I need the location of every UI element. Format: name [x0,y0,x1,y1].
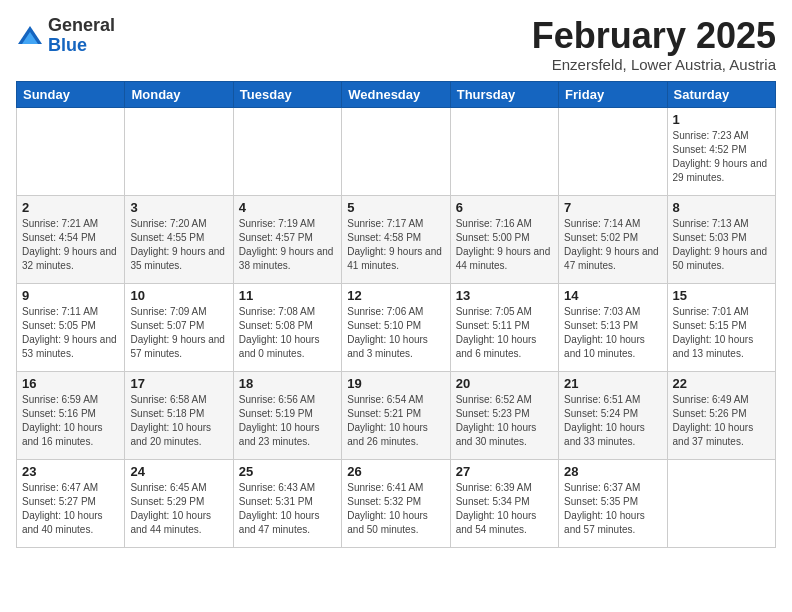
day-info: Sunrise: 7:01 AM Sunset: 5:15 PM Dayligh… [673,305,770,361]
logo-text: General Blue [48,16,115,56]
calendar-cell: 17Sunrise: 6:58 AM Sunset: 5:18 PM Dayli… [125,371,233,459]
day-number: 1 [673,112,770,127]
day-number: 18 [239,376,336,391]
calendar-cell [17,107,125,195]
day-number: 5 [347,200,444,215]
day-number: 28 [564,464,661,479]
day-number: 12 [347,288,444,303]
day-info: Sunrise: 6:58 AM Sunset: 5:18 PM Dayligh… [130,393,227,449]
day-info: Sunrise: 7:20 AM Sunset: 4:55 PM Dayligh… [130,217,227,273]
day-info: Sunrise: 7:16 AM Sunset: 5:00 PM Dayligh… [456,217,553,273]
title-block: February 2025 Enzersfeld, Lower Austria,… [532,16,776,73]
day-info: Sunrise: 7:08 AM Sunset: 5:08 PM Dayligh… [239,305,336,361]
day-number: 11 [239,288,336,303]
calendar-cell: 3Sunrise: 7:20 AM Sunset: 4:55 PM Daylig… [125,195,233,283]
weekday-header-thursday: Thursday [450,81,558,107]
calendar-subtitle: Enzersfeld, Lower Austria, Austria [532,56,776,73]
day-number: 13 [456,288,553,303]
day-info: Sunrise: 7:09 AM Sunset: 5:07 PM Dayligh… [130,305,227,361]
day-number: 14 [564,288,661,303]
day-info: Sunrise: 6:39 AM Sunset: 5:34 PM Dayligh… [456,481,553,537]
day-number: 19 [347,376,444,391]
calendar-cell: 8Sunrise: 7:13 AM Sunset: 5:03 PM Daylig… [667,195,775,283]
day-info: Sunrise: 6:37 AM Sunset: 5:35 PM Dayligh… [564,481,661,537]
day-number: 2 [22,200,119,215]
calendar-cell: 22Sunrise: 6:49 AM Sunset: 5:26 PM Dayli… [667,371,775,459]
day-info: Sunrise: 6:45 AM Sunset: 5:29 PM Dayligh… [130,481,227,537]
calendar-cell: 18Sunrise: 6:56 AM Sunset: 5:19 PM Dayli… [233,371,341,459]
day-info: Sunrise: 7:05 AM Sunset: 5:11 PM Dayligh… [456,305,553,361]
weekday-header-row: SundayMondayTuesdayWednesdayThursdayFrid… [17,81,776,107]
calendar-cell [233,107,341,195]
calendar-cell: 15Sunrise: 7:01 AM Sunset: 5:15 PM Dayli… [667,283,775,371]
day-info: Sunrise: 7:06 AM Sunset: 5:10 PM Dayligh… [347,305,444,361]
calendar-title: February 2025 [532,16,776,56]
calendar-cell: 16Sunrise: 6:59 AM Sunset: 5:16 PM Dayli… [17,371,125,459]
calendar-cell: 5Sunrise: 7:17 AM Sunset: 4:58 PM Daylig… [342,195,450,283]
week-row-1: 1Sunrise: 7:23 AM Sunset: 4:52 PM Daylig… [17,107,776,195]
day-number: 23 [22,464,119,479]
calendar-cell: 6Sunrise: 7:16 AM Sunset: 5:00 PM Daylig… [450,195,558,283]
day-number: 4 [239,200,336,215]
calendar-cell [667,459,775,547]
logo-icon [16,22,44,50]
calendar-cell [559,107,667,195]
calendar-cell: 26Sunrise: 6:41 AM Sunset: 5:32 PM Dayli… [342,459,450,547]
weekday-header-tuesday: Tuesday [233,81,341,107]
calendar-cell: 20Sunrise: 6:52 AM Sunset: 5:23 PM Dayli… [450,371,558,459]
calendar-cell: 2Sunrise: 7:21 AM Sunset: 4:54 PM Daylig… [17,195,125,283]
weekday-header-sunday: Sunday [17,81,125,107]
calendar-cell: 1Sunrise: 7:23 AM Sunset: 4:52 PM Daylig… [667,107,775,195]
day-info: Sunrise: 6:52 AM Sunset: 5:23 PM Dayligh… [456,393,553,449]
day-info: Sunrise: 7:14 AM Sunset: 5:02 PM Dayligh… [564,217,661,273]
day-info: Sunrise: 6:54 AM Sunset: 5:21 PM Dayligh… [347,393,444,449]
week-row-3: 9Sunrise: 7:11 AM Sunset: 5:05 PM Daylig… [17,283,776,371]
day-info: Sunrise: 7:11 AM Sunset: 5:05 PM Dayligh… [22,305,119,361]
day-info: Sunrise: 6:49 AM Sunset: 5:26 PM Dayligh… [673,393,770,449]
week-row-4: 16Sunrise: 6:59 AM Sunset: 5:16 PM Dayli… [17,371,776,459]
calendar-cell [450,107,558,195]
logo-general: General [48,15,115,35]
day-info: Sunrise: 6:56 AM Sunset: 5:19 PM Dayligh… [239,393,336,449]
calendar-cell: 12Sunrise: 7:06 AM Sunset: 5:10 PM Dayli… [342,283,450,371]
calendar-cell: 4Sunrise: 7:19 AM Sunset: 4:57 PM Daylig… [233,195,341,283]
calendar-cell: 9Sunrise: 7:11 AM Sunset: 5:05 PM Daylig… [17,283,125,371]
day-info: Sunrise: 6:59 AM Sunset: 5:16 PM Dayligh… [22,393,119,449]
calendar-cell: 11Sunrise: 7:08 AM Sunset: 5:08 PM Dayli… [233,283,341,371]
weekday-header-saturday: Saturday [667,81,775,107]
day-number: 17 [130,376,227,391]
day-number: 6 [456,200,553,215]
calendar-cell: 25Sunrise: 6:43 AM Sunset: 5:31 PM Dayli… [233,459,341,547]
day-number: 8 [673,200,770,215]
day-number: 15 [673,288,770,303]
day-info: Sunrise: 6:51 AM Sunset: 5:24 PM Dayligh… [564,393,661,449]
day-number: 27 [456,464,553,479]
week-row-5: 23Sunrise: 6:47 AM Sunset: 5:27 PM Dayli… [17,459,776,547]
day-info: Sunrise: 6:43 AM Sunset: 5:31 PM Dayligh… [239,481,336,537]
day-info: Sunrise: 7:23 AM Sunset: 4:52 PM Dayligh… [673,129,770,185]
day-number: 22 [673,376,770,391]
day-info: Sunrise: 7:17 AM Sunset: 4:58 PM Dayligh… [347,217,444,273]
logo: General Blue [16,16,115,56]
calendar-cell: 23Sunrise: 6:47 AM Sunset: 5:27 PM Dayli… [17,459,125,547]
day-number: 20 [456,376,553,391]
day-info: Sunrise: 7:13 AM Sunset: 5:03 PM Dayligh… [673,217,770,273]
calendar-cell: 27Sunrise: 6:39 AM Sunset: 5:34 PM Dayli… [450,459,558,547]
calendar-cell: 10Sunrise: 7:09 AM Sunset: 5:07 PM Dayli… [125,283,233,371]
calendar-cell: 14Sunrise: 7:03 AM Sunset: 5:13 PM Dayli… [559,283,667,371]
day-number: 24 [130,464,227,479]
day-number: 16 [22,376,119,391]
calendar-cell: 19Sunrise: 6:54 AM Sunset: 5:21 PM Dayli… [342,371,450,459]
day-number: 26 [347,464,444,479]
calendar-cell: 13Sunrise: 7:05 AM Sunset: 5:11 PM Dayli… [450,283,558,371]
header: General Blue February 2025 Enzersfeld, L… [16,16,776,73]
day-info: Sunrise: 7:19 AM Sunset: 4:57 PM Dayligh… [239,217,336,273]
weekday-header-monday: Monday [125,81,233,107]
calendar-cell: 24Sunrise: 6:45 AM Sunset: 5:29 PM Dayli… [125,459,233,547]
day-info: Sunrise: 6:41 AM Sunset: 5:32 PM Dayligh… [347,481,444,537]
day-number: 3 [130,200,227,215]
day-number: 10 [130,288,227,303]
weekday-header-wednesday: Wednesday [342,81,450,107]
day-info: Sunrise: 6:47 AM Sunset: 5:27 PM Dayligh… [22,481,119,537]
day-info: Sunrise: 7:21 AM Sunset: 4:54 PM Dayligh… [22,217,119,273]
